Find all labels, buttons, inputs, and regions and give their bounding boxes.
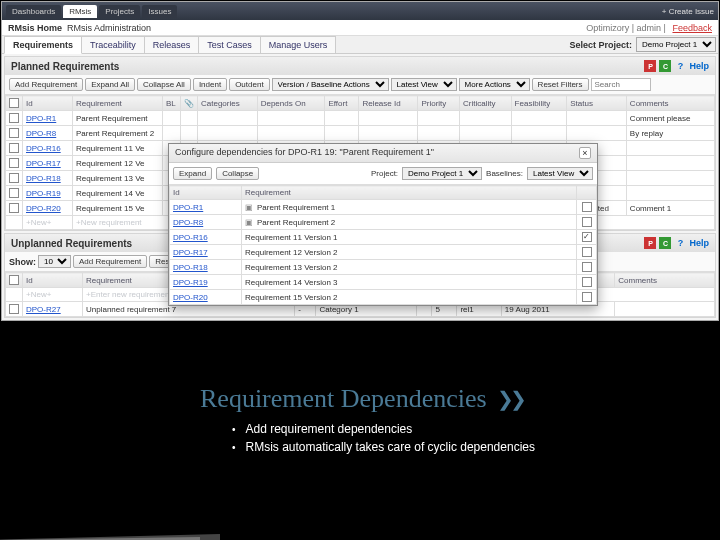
mcol-req[interactable]: Requirement	[242, 186, 577, 200]
col-effort[interactable]: Effort	[325, 96, 359, 111]
dependency-checkbox[interactable]	[582, 247, 592, 257]
dependency-checkbox[interactable]	[582, 277, 592, 287]
col-attach[interactable]: 📎	[181, 96, 198, 111]
tree-toggle-icon[interactable]: ▣	[245, 203, 255, 212]
modal-row-id[interactable]: DPO-R16	[170, 230, 242, 245]
row-checkbox[interactable]	[9, 173, 19, 183]
expand-all-button[interactable]: Expand All	[85, 78, 135, 91]
unplanned-id[interactable]: DPO-R27	[23, 302, 83, 317]
col-release[interactable]: Release Id	[359, 96, 418, 111]
csv-icon[interactable]: C	[659, 60, 671, 72]
table-row[interactable]: DPO-R18Requirement 13 Version 2	[170, 260, 597, 275]
ucol-id[interactable]: Id	[23, 273, 83, 288]
row-checkbox[interactable]	[9, 158, 19, 168]
pdf-icon[interactable]: P	[644, 60, 656, 72]
close-icon[interactable]: ×	[579, 147, 591, 159]
modal-expand-button[interactable]: Expand	[173, 167, 212, 180]
col-id[interactable]: Id	[23, 96, 73, 111]
modal-row-id[interactable]: DPO-R8	[170, 215, 242, 230]
dependency-checkbox[interactable]	[582, 262, 592, 272]
row-id[interactable]: DPO-R1	[23, 111, 73, 126]
modal-row-id[interactable]: DPO-R18	[170, 260, 242, 275]
row-checkbox[interactable]	[9, 188, 19, 198]
col-requirement[interactable]: Requirement	[73, 96, 163, 111]
tab-traceability[interactable]: Traceability	[81, 36, 145, 53]
dependency-checkbox[interactable]	[582, 232, 592, 242]
dependency-checkbox[interactable]	[582, 217, 592, 227]
modal-collapse-button[interactable]: Collapse	[216, 167, 259, 180]
crumb-home[interactable]: RMsis Home	[8, 23, 62, 33]
table-row[interactable]: DPO-R20Requirement 15 Version 2	[170, 290, 597, 305]
col-bl[interactable]: BL	[163, 96, 181, 111]
tab-releases[interactable]: Releases	[144, 36, 200, 53]
row-checkbox[interactable]	[9, 128, 19, 138]
create-issue-link[interactable]: + Create Issue	[662, 7, 714, 16]
modal-project-select[interactable]: Demo Project 1	[402, 167, 482, 180]
row-checkbox[interactable]	[9, 143, 19, 153]
modal-row-id[interactable]: DPO-R17	[170, 245, 242, 260]
table-row[interactable]: DPO-R16Requirement 11 Version 1	[170, 230, 597, 245]
reset-filters-button[interactable]: Reset Filters	[532, 78, 589, 91]
nav-issues[interactable]: Issues	[142, 5, 177, 18]
col-feasibility[interactable]: Feasibility	[511, 96, 567, 111]
add-requirement-button[interactable]: Add Requirement	[9, 78, 83, 91]
row-id[interactable]: DPO-R17	[23, 156, 73, 171]
modal-row-id[interactable]: DPO-R19	[170, 275, 242, 290]
feedback-link[interactable]: Feedback	[672, 23, 712, 33]
select-all-checkbox[interactable]	[9, 98, 19, 108]
row-id[interactable]: DPO-R20	[23, 201, 73, 216]
planned-header-row: Id Requirement BL 📎 Categories Depends O…	[6, 96, 715, 111]
modal-row-id[interactable]: DPO-R1	[170, 200, 242, 215]
nav-dashboards[interactable]: Dashboards	[6, 5, 61, 18]
row-checkbox[interactable]	[9, 113, 19, 123]
row-checkbox[interactable]	[9, 203, 19, 213]
outdent-button[interactable]: Outdent	[229, 78, 269, 91]
show-count-select[interactable]: 10	[38, 255, 71, 268]
table-row[interactable]: DPO-R8▣Parent Requirement 2	[170, 215, 597, 230]
more-actions-select[interactable]: More Actions	[459, 78, 530, 91]
help-icon[interactable]: ?	[674, 237, 686, 249]
tab-manage-users[interactable]: Manage Users	[260, 36, 337, 53]
col-criticality[interactable]: Criticality	[460, 96, 512, 111]
collapse-all-button[interactable]: Collapse All	[137, 78, 191, 91]
tab-testcases[interactable]: Test Cases	[198, 36, 261, 53]
col-status[interactable]: Status	[567, 96, 627, 111]
row-id[interactable]: DPO-R19	[23, 186, 73, 201]
dependency-checkbox[interactable]	[582, 202, 592, 212]
row-id[interactable]: DPO-R8	[23, 126, 73, 141]
indent-button[interactable]: Indent	[193, 78, 227, 91]
help-label[interactable]: Help	[689, 60, 709, 72]
tab-requirements[interactable]: Requirements	[4, 36, 82, 54]
tree-toggle-icon[interactable]: ▣	[245, 218, 255, 227]
pdf-icon[interactable]: P	[644, 237, 656, 249]
table-row[interactable]: DPO-R19Requirement 14 Version 3	[170, 275, 597, 290]
baseline-select[interactable]: Version / Baseline Actions	[272, 78, 389, 91]
project-select[interactable]: Demo Project 1	[636, 37, 716, 52]
ucol-comments[interactable]: Comments	[615, 273, 715, 288]
col-categories[interactable]: Categories	[198, 96, 258, 111]
help-label[interactable]: Help	[689, 237, 709, 249]
table-row[interactable]: DPO-R1Parent RequirementComment please	[6, 111, 715, 126]
select-all-unplanned[interactable]	[9, 275, 19, 285]
help-icon[interactable]: ?	[674, 60, 686, 72]
col-priority[interactable]: Priority	[418, 96, 460, 111]
crumb-admin[interactable]: RMsis Administration	[67, 23, 151, 33]
table-row[interactable]: DPO-R17Requirement 12 Version 2	[170, 245, 597, 260]
row-checkbox[interactable]	[9, 304, 19, 314]
nav-projects[interactable]: Projects	[99, 5, 140, 18]
dependency-checkbox[interactable]	[582, 292, 592, 302]
table-row[interactable]: DPO-R1▣Parent Requirement 1	[170, 200, 597, 215]
add-unplanned-button[interactable]: Add Requirement	[73, 255, 147, 268]
csv-icon[interactable]: C	[659, 237, 671, 249]
col-depends[interactable]: Depends On	[257, 96, 325, 111]
view-select[interactable]: Latest View	[391, 78, 457, 91]
mcol-id[interactable]: Id	[170, 186, 242, 200]
table-row[interactable]: DPO-R8Parent Requirement 2By replay	[6, 126, 715, 141]
planned-search-input[interactable]	[591, 78, 651, 91]
col-comments[interactable]: Comments	[626, 96, 714, 111]
nav-rmsis[interactable]: RMsis	[63, 5, 97, 18]
row-id[interactable]: DPO-R18	[23, 171, 73, 186]
modal-row-id[interactable]: DPO-R20	[170, 290, 242, 305]
modal-baseline-select[interactable]: Latest View	[527, 167, 593, 180]
row-id[interactable]: DPO-R16	[23, 141, 73, 156]
